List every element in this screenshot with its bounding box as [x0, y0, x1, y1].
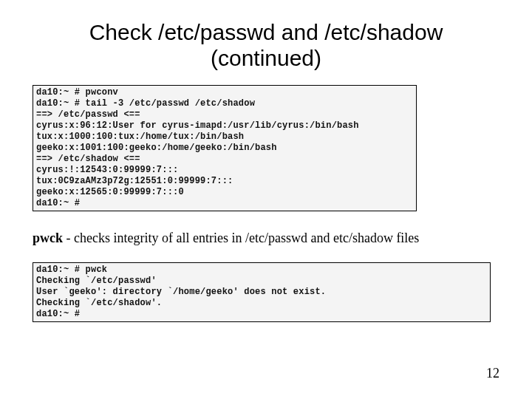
terminal-output-1: da10:~ # pwconv da10:~ # tail -3 /etc/pa…	[33, 85, 417, 211]
pwck-command: pwck	[33, 231, 63, 245]
title-line-1: Check /etc/passwd and /etc/shadow	[89, 20, 443, 44]
title-line-2: (continued)	[211, 46, 321, 70]
slide-title: Check /etc/passwd and /etc/shadow (conti…	[30, 19, 502, 72]
slide: Check /etc/passwd and /etc/shadow (conti…	[0, 0, 532, 399]
pwck-description: pwck - checks integrity of all entries i…	[33, 231, 502, 246]
pwck-description-text: - checks integrity of all entries in /et…	[63, 231, 419, 245]
terminal-output-2: da10:~ # pwck Checking `/etc/passwd' Use…	[33, 262, 491, 322]
page-number: 12	[486, 366, 499, 381]
